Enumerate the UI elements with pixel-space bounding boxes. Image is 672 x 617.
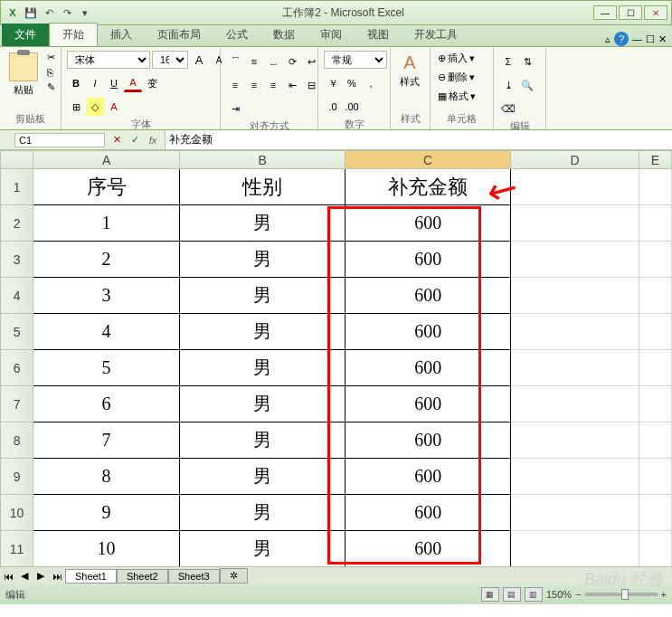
row-header[interactable]: 3: [1, 242, 33, 278]
cut-button[interactable]: ✂: [45, 51, 57, 64]
col-header-e[interactable]: E: [639, 151, 671, 169]
sheet-nav-last[interactable]: ⏭: [49, 568, 65, 584]
format-painter-button[interactable]: ✎: [45, 81, 57, 94]
cell[interactable]: 600: [345, 422, 511, 459]
col-header-b[interactable]: B: [180, 151, 345, 169]
cell[interactable]: [639, 169, 671, 205]
cell[interactable]: 4: [33, 314, 180, 350]
cell[interactable]: [511, 242, 639, 278]
cell[interactable]: [511, 278, 639, 314]
cell[interactable]: 6: [33, 386, 180, 422]
sheet-tab-1[interactable]: Sheet1: [65, 569, 117, 584]
minimize-ribbon-icon[interactable]: ▵: [605, 33, 610, 45]
align-top-button[interactable]: ⎴: [226, 52, 244, 71]
border-button[interactable]: ⊞: [67, 98, 85, 116]
bold-button[interactable]: B: [67, 74, 85, 92]
row-header[interactable]: 9: [1, 459, 33, 495]
col-header-d[interactable]: D: [511, 151, 639, 169]
cell[interactable]: 600: [345, 495, 511, 531]
autosum-button[interactable]: Σ: [499, 52, 517, 71]
cell[interactable]: 7: [33, 422, 180, 459]
styles-button[interactable]: A 样式: [396, 51, 423, 90]
col-header-c[interactable]: C: [345, 151, 511, 169]
page-layout-tab[interactable]: 页面布局: [145, 24, 213, 46]
page-break-view-button[interactable]: ▥: [525, 587, 543, 602]
row-header[interactable]: 5: [1, 314, 33, 350]
cell[interactable]: [639, 422, 671, 459]
confirm-button[interactable]: ✓: [127, 132, 143, 148]
cell[interactable]: 600: [345, 205, 511, 242]
doc-restore-icon[interactable]: ☐: [646, 33, 655, 45]
cell[interactable]: 8: [33, 459, 180, 495]
cell[interactable]: [639, 278, 671, 314]
currency-button[interactable]: ￥: [324, 74, 342, 92]
cell[interactable]: [639, 386, 671, 422]
cell[interactable]: 600: [345, 531, 511, 567]
home-tab[interactable]: 开始: [49, 23, 98, 46]
decrease-decimal-button[interactable]: .00: [343, 98, 361, 116]
sheet-nav-prev[interactable]: ◀: [16, 568, 33, 584]
sheet-tab-2[interactable]: Sheet2: [117, 569, 168, 584]
cell[interactable]: [511, 350, 639, 386]
cell[interactable]: 600: [345, 242, 511, 278]
copy-button[interactable]: ⎘: [45, 66, 57, 79]
zoom-out-button[interactable]: −: [575, 589, 581, 600]
cell[interactable]: [511, 459, 639, 495]
zoom-level[interactable]: 150%: [546, 589, 572, 600]
cell[interactable]: 600: [345, 314, 511, 350]
fx-button[interactable]: fx: [145, 132, 161, 148]
cell[interactable]: [511, 314, 639, 350]
font-size-select[interactable]: 16: [152, 51, 188, 69]
cell[interactable]: 序号: [33, 169, 180, 205]
cell[interactable]: [511, 495, 639, 531]
cell[interactable]: 600: [345, 459, 511, 495]
cell[interactable]: 男: [180, 242, 345, 278]
formulas-tab[interactable]: 公式: [213, 24, 260, 46]
align-left-button[interactable]: ≡: [226, 76, 244, 94]
cell[interactable]: 5: [33, 350, 180, 386]
select-all-corner[interactable]: [1, 151, 33, 169]
phonetic-button[interactable]: 变: [143, 74, 161, 92]
cell[interactable]: 性别: [180, 169, 345, 205]
cell[interactable]: 男: [180, 459, 345, 495]
row-header[interactable]: 8: [1, 422, 33, 459]
developer-tab[interactable]: 开发工具: [402, 24, 470, 46]
font-color2-button[interactable]: A: [105, 98, 123, 116]
normal-view-button[interactable]: ▦: [481, 587, 499, 602]
cell[interactable]: 男: [180, 422, 345, 459]
percent-button[interactable]: %: [343, 74, 361, 92]
row-header[interactable]: 7: [1, 386, 33, 422]
cancel-button[interactable]: ✕: [109, 132, 125, 148]
save-button[interactable]: 💾: [23, 5, 39, 21]
cell[interactable]: 3: [33, 278, 180, 314]
decrease-indent-button[interactable]: ⇤: [283, 76, 301, 94]
sort-button[interactable]: ⇅: [518, 52, 536, 71]
name-box[interactable]: [14, 133, 105, 147]
fill-color-button[interactable]: ◇: [86, 98, 104, 116]
cell[interactable]: 2: [33, 242, 180, 278]
cell[interactable]: 600: [345, 278, 511, 314]
page-layout-view-button[interactable]: ▤: [503, 587, 521, 602]
sheet-nav-next[interactable]: ▶: [33, 568, 49, 584]
zoom-in-button[interactable]: +: [661, 589, 667, 600]
review-tab[interactable]: 审阅: [308, 24, 355, 46]
cell[interactable]: [511, 422, 639, 459]
cell[interactable]: [639, 242, 671, 278]
number-format-select[interactable]: 常规: [324, 51, 387, 69]
cell[interactable]: [639, 495, 671, 531]
row-header[interactable]: 4: [1, 278, 33, 314]
maximize-button[interactable]: ☐: [619, 5, 642, 20]
cell[interactable]: 男: [180, 495, 345, 531]
cell[interactable]: [511, 169, 639, 205]
cell[interactable]: 男: [180, 531, 345, 567]
find-button[interactable]: 🔍: [518, 76, 536, 94]
align-bottom-button[interactable]: ⎵: [264, 52, 282, 71]
cell[interactable]: [511, 205, 639, 242]
cell[interactable]: 600: [345, 350, 511, 386]
spreadsheet-grid[interactable]: A B C D E 1 序号 性别 补充金额 2 1 男 600 3 2 男 6…: [0, 150, 672, 566]
sheet-tab-3[interactable]: Sheet3: [168, 569, 220, 584]
delete-cells-button[interactable]: ⊖删除▾: [436, 70, 477, 85]
cell[interactable]: 男: [180, 350, 345, 386]
row-header[interactable]: 2: [1, 205, 33, 242]
sheet-nav-first[interactable]: ⏮: [0, 568, 16, 584]
